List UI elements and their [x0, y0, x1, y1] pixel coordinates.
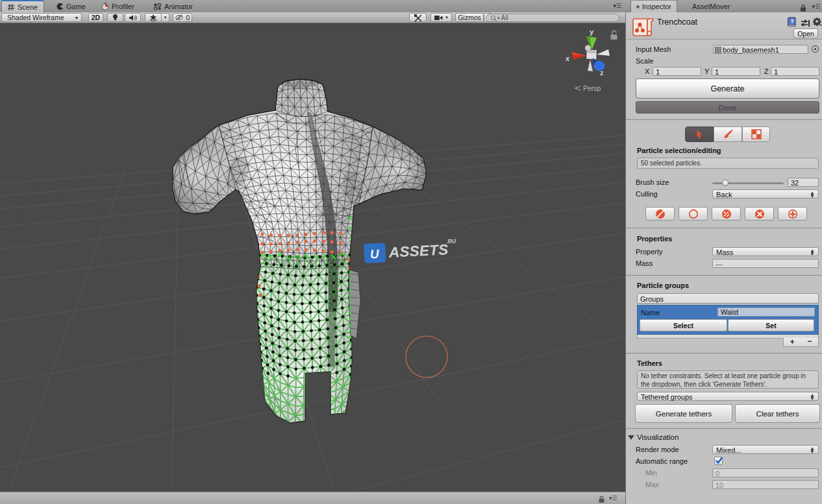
svg-text:ASSETS: ASSETS	[388, 241, 449, 261]
svg-text:z: z	[600, 69, 604, 77]
svg-text:U: U	[369, 247, 380, 261]
svg-text:Persp: Persp	[583, 84, 601, 92]
svg-text:?: ?	[790, 18, 794, 25]
svg-text:y: y	[590, 28, 594, 36]
svg-text:.RU: .RU	[446, 238, 456, 245]
svg-text:x: x	[566, 54, 570, 62]
